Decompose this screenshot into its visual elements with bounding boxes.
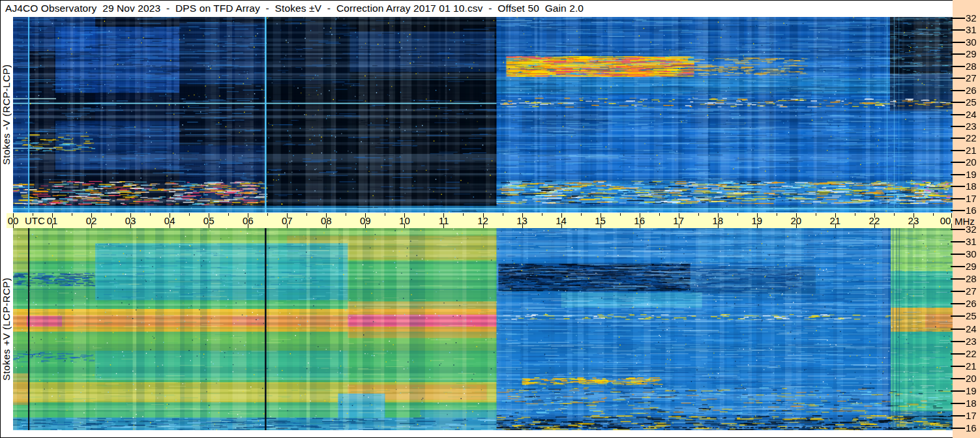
freq-tick-label: 27 — [966, 72, 979, 84]
freq-tick — [951, 29, 965, 31]
freq-tick — [951, 315, 965, 317]
freq-tick — [951, 186, 965, 187]
time-tick-label: 04 — [164, 215, 175, 226]
time-tick-label: 13 — [516, 215, 527, 226]
time-half-tick — [737, 213, 738, 216]
time-half-tick — [698, 213, 699, 216]
freq-tick-label: 19 — [966, 169, 979, 181]
freq-tick — [951, 415, 965, 416]
time-tick-label: 17 — [673, 215, 684, 226]
time-tick-label: 14 — [556, 215, 567, 226]
freq-tick-label: 23 — [966, 336, 979, 347]
freq-tick-label: 27 — [966, 285, 979, 297]
freq-tick-label: 20 — [966, 373, 979, 385]
freq-tick-label: 31 — [966, 24, 979, 36]
time-half-tick — [620, 213, 621, 216]
frequency-strip: MHz 323130292827262524232221201918171632… — [953, 0, 980, 438]
time-tick-label: 00 — [8, 215, 19, 226]
freq-tick-label: 25 — [966, 310, 979, 322]
time-half-tick — [189, 213, 190, 216]
freq-tick — [951, 66, 965, 67]
freq-tick — [951, 254, 965, 255]
time-half-tick — [346, 213, 346, 216]
time-half-tick — [777, 213, 777, 216]
time-half-tick — [228, 213, 229, 216]
dps-display: AJ4CO Observatory 29 Nov 2023 - DPS on T… — [0, 0, 980, 438]
freq-tick — [951, 78, 965, 79]
time-axis: UTC 000102030405060708091011121314151617… — [7, 213, 953, 228]
freq-tick — [951, 229, 965, 230]
freq-tick-label: 17 — [966, 410, 979, 422]
time-tick-label: 19 — [751, 215, 762, 226]
freq-tick-label: 29 — [966, 261, 979, 272]
bottom-panel-ylabel: Stokes +V (LCP-RCP) — [0, 228, 12, 430]
time-tick-label: 22 — [869, 215, 880, 226]
freq-tick-label: 16 — [966, 422, 979, 434]
freq-tick — [951, 366, 965, 367]
time-half-tick — [816, 213, 816, 216]
time-axis-unit-label: UTC — [25, 215, 45, 226]
time-tick-label: 02 — [86, 215, 97, 226]
time-tick-label: 12 — [477, 215, 488, 226]
time-tick — [951, 213, 952, 218]
freq-tick — [951, 90, 965, 91]
time-half-tick — [385, 213, 385, 216]
time-tick-label: 09 — [360, 215, 371, 226]
freq-tick — [951, 138, 965, 139]
freq-tick-label: 22 — [966, 348, 979, 360]
freq-tick-label: 18 — [966, 181, 979, 192]
freq-tick-label: 32 — [966, 12, 979, 24]
freq-tick-label: 24 — [966, 323, 979, 335]
time-tick-label: 01 — [47, 215, 58, 226]
stokes-plus-v-spectrogram — [13, 228, 953, 430]
freq-tick-label: 32 — [966, 224, 979, 235]
time-tick-label: 18 — [712, 215, 723, 226]
time-half-tick — [306, 213, 307, 216]
freq-tick-label: 21 — [966, 145, 979, 156]
freq-tick-label: 16 — [966, 205, 979, 216]
time-half-tick — [72, 213, 72, 216]
freq-tick-label: 28 — [966, 61, 979, 72]
freq-tick-label: 26 — [966, 85, 979, 96]
freq-tick-label: 30 — [966, 248, 979, 260]
freq-tick-label: 26 — [966, 298, 979, 310]
freq-tick — [951, 266, 965, 267]
freq-tick — [951, 102, 965, 103]
freq-tick — [951, 174, 965, 175]
freq-tick — [951, 241, 965, 242]
time-half-tick — [542, 213, 542, 216]
freq-tick-label: 30 — [966, 36, 979, 48]
freq-tick — [951, 42, 965, 43]
time-half-tick — [894, 213, 895, 216]
freq-tick — [951, 53, 965, 55]
freq-tick — [951, 126, 965, 127]
time-tick-label: 20 — [790, 215, 801, 226]
freq-tick-label: 28 — [966, 273, 979, 285]
freq-tick-label: 23 — [966, 121, 979, 132]
freq-tick-label: 17 — [966, 193, 979, 205]
time-half-tick — [855, 213, 855, 216]
top-panel-ylabel: Stokes -V (RCP-LCP) — [0, 17, 12, 212]
freq-tick — [951, 403, 965, 404]
time-tick-label: 10 — [399, 215, 410, 226]
time-half-tick — [503, 213, 503, 216]
freq-tick — [951, 291, 965, 292]
freq-tick-label: 31 — [966, 236, 979, 248]
time-half-tick — [424, 213, 424, 216]
freq-tick-label: 21 — [966, 360, 979, 372]
freq-tick-label: 24 — [966, 109, 979, 121]
time-tick-label: 23 — [908, 215, 919, 226]
freq-tick-label: 18 — [966, 398, 979, 409]
freq-tick — [951, 150, 965, 151]
freq-tick — [951, 162, 965, 163]
freq-tick — [951, 378, 965, 379]
title-bar: AJ4CO Observatory 29 Nov 2023 - DPS on T… — [5, 3, 584, 14]
freq-tick — [951, 303, 965, 304]
time-half-tick — [111, 213, 111, 216]
time-tick-label: 07 — [282, 215, 293, 226]
time-tick-label: 00 — [940, 215, 951, 226]
time-half-tick — [463, 213, 464, 216]
freq-tick-label: 20 — [966, 156, 979, 168]
freq-tick-label: 25 — [966, 96, 979, 108]
freq-tick — [951, 278, 965, 280]
